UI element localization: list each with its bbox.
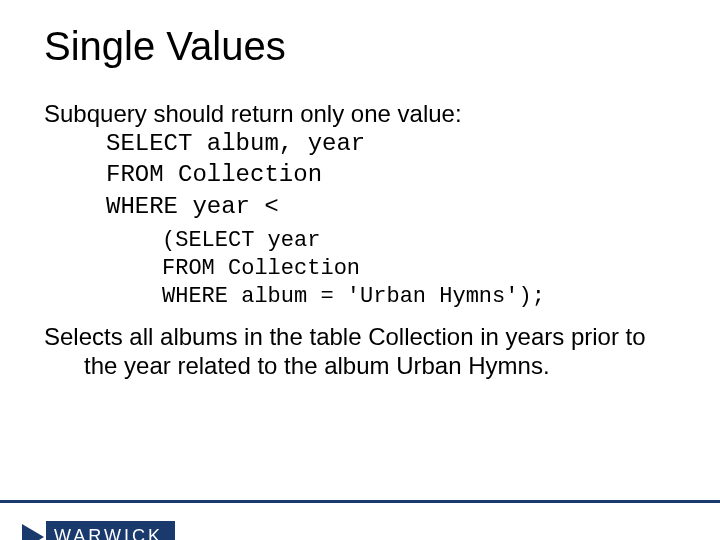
code-fragment: WHERE year (106, 193, 264, 220)
slide-footer: WARWICK CS 252 Fundamentals of Relationa… (0, 500, 720, 540)
code-line: WHERE album = 'Urban Hymns'); (162, 283, 720, 311)
code-line: (SELECT year (162, 227, 720, 255)
slide: Single Values Subquery should return onl… (0, 24, 720, 540)
warwick-logo: WARWICK (22, 521, 175, 540)
code-line: SELECT album, year (106, 129, 720, 160)
sql-outer-query: SELECT album, year FROM Collection WHERE… (106, 129, 720, 223)
logo-text: WARWICK (46, 521, 175, 540)
slide-content: Subquery should return only one value: S… (44, 99, 720, 380)
intro-text: Subquery should return only one value: (44, 99, 720, 129)
explanation-paragraph: Selects all albums in the table Collecti… (44, 322, 680, 381)
code-line: FROM Collection (162, 255, 720, 283)
code-line: FROM Collection (106, 160, 720, 191)
sql-subquery: (SELECT year FROM Collection WHERE album… (162, 227, 720, 311)
less-than-symbol: < (264, 191, 278, 218)
slide-title: Single Values (44, 24, 720, 69)
code-line: WHERE year < (106, 190, 720, 223)
logo-triangle-icon (22, 524, 44, 541)
explanation-text: Selects all albums in the table Collecti… (44, 322, 720, 381)
